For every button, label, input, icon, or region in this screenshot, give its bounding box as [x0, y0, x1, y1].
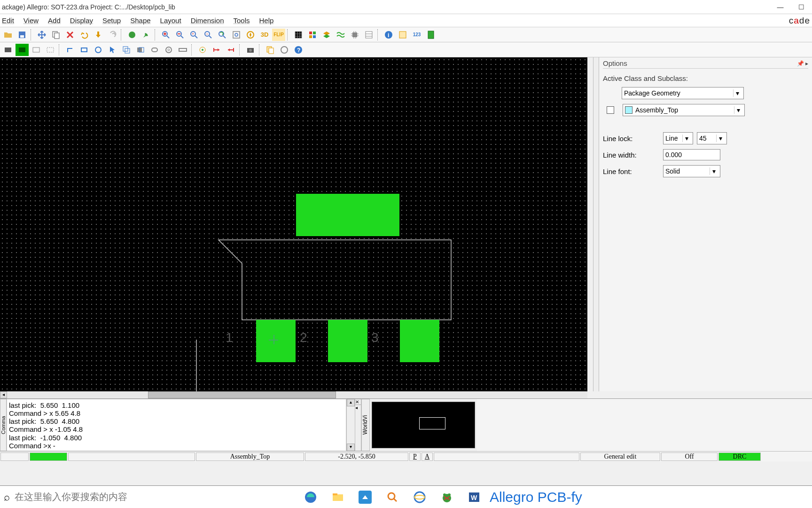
corner-icon[interactable] [63, 44, 77, 56]
rect-outline2-icon[interactable] [44, 44, 57, 56]
pad-3[interactable] [400, 320, 439, 362]
pin-icon[interactable] [140, 29, 153, 41]
info-icon[interactable]: i [382, 29, 395, 41]
zoom-out-icon[interactable] [173, 29, 187, 41]
menu-help[interactable]: Help [259, 16, 274, 24]
line-font-select[interactable]: Solid▾ [663, 165, 720, 177]
flip-icon[interactable]: FLIP [272, 29, 285, 41]
question-icon[interactable]: ? [292, 44, 305, 56]
rect-solid-icon[interactable] [1, 44, 15, 56]
status-color-swatch[interactable] [30, 452, 67, 461]
taskbar-bird-icon[interactable] [353, 488, 377, 507]
rect-fill-icon[interactable] [16, 44, 29, 56]
canvas-hscroll[interactable]: ◂ [0, 391, 587, 398]
waves-icon[interactable] [334, 29, 347, 41]
taskbar-ie-icon[interactable] [408, 488, 431, 507]
redo-icon[interactable] [106, 29, 119, 41]
zoom-in-icon[interactable] [159, 29, 172, 41]
search-input[interactable] [15, 492, 295, 502]
3d-icon[interactable]: 3D [258, 29, 271, 41]
chip-icon[interactable] [348, 29, 361, 41]
menu-edit[interactable]: Edit [2, 16, 14, 24]
cmdlog-scroll[interactable]: ▴ ▾ [346, 399, 355, 451]
zoom-refresh-icon[interactable] [216, 29, 229, 41]
select-icon[interactable] [106, 44, 119, 56]
ruler-icon[interactable]: 123 [410, 29, 423, 41]
command-tab-label[interactable]: Comma [0, 399, 7, 451]
menu-view[interactable]: View [23, 16, 39, 24]
zoom-window-icon[interactable] [230, 29, 243, 41]
panel-pin-icon[interactable]: 📌 ▸ [797, 60, 808, 67]
command-log[interactable]: last pick: 5.650 1.100 Command > x 5.65 … [7, 399, 346, 451]
taskbar-explorer-icon[interactable] [326, 488, 350, 507]
maximize-button[interactable]: ☐ [791, 0, 812, 14]
wide-rect-icon[interactable] [176, 44, 189, 56]
pad-2[interactable] [328, 320, 367, 362]
target-icon[interactable] [196, 44, 209, 56]
group-icon[interactable] [120, 44, 133, 56]
compass-icon[interactable] [244, 29, 257, 41]
line-lock-type-select[interactable]: Line▾ [663, 132, 693, 144]
taskbar-app-title[interactable]: Allegro PCB-fy [490, 489, 582, 505]
line-lock-angle-select[interactable]: 45▾ [697, 132, 727, 144]
menu-add[interactable]: Add [48, 16, 61, 24]
subclass-select[interactable]: Assembly_Top ▾ [623, 104, 745, 116]
scroll-up-icon[interactable]: ▴ [347, 399, 355, 406]
color-grid-icon[interactable] [306, 29, 319, 41]
dim-right-icon[interactable] [224, 44, 237, 56]
rect2-icon[interactable] [78, 44, 91, 56]
oval-icon[interactable] [148, 44, 161, 56]
taskbar-frog-icon[interactable] [435, 488, 459, 507]
taskbar-search[interactable]: ⌕ [4, 491, 295, 503]
taskbar-word-icon[interactable]: W [462, 488, 486, 507]
visibility-toggle[interactable] [607, 106, 614, 114]
menu-tools[interactable]: Tools [234, 16, 250, 24]
save-icon[interactable] [16, 29, 29, 41]
pad-1[interactable] [256, 320, 296, 362]
pad-top[interactable] [296, 194, 399, 236]
line-width-input[interactable] [663, 149, 720, 160]
grid-icon[interactable] [292, 29, 305, 41]
canvas-vscroll[interactable] [593, 57, 599, 391]
table-icon[interactable] [362, 29, 375, 41]
down-arrow-icon[interactable] [92, 29, 105, 41]
scroll-down-icon[interactable]: ▾ [347, 444, 355, 451]
undo-icon[interactable] [78, 29, 91, 41]
dim-left-icon[interactable] [210, 44, 223, 56]
minimap-controls[interactable]: ✕◂ [355, 399, 361, 451]
zoom-plus-icon[interactable]: + [187, 29, 201, 41]
command-input[interactable] [47, 442, 344, 450]
minimize-button[interactable]: — [770, 0, 791, 14]
menu-shape[interactable]: Shape [130, 16, 150, 24]
worldview-label[interactable]: WorldVi [361, 399, 370, 451]
class-select[interactable]: Package Geometry▾ [622, 87, 744, 99]
minimap[interactable] [372, 402, 475, 448]
calc-icon[interactable] [424, 29, 437, 41]
status-p-button[interactable]: P [409, 452, 421, 461]
catalog-icon[interactable] [396, 29, 409, 41]
taskbar-edge-icon[interactable] [299, 488, 322, 507]
status-drc[interactable]: DRC [718, 452, 761, 461]
camera-icon[interactable] [244, 44, 257, 56]
copy-icon[interactable] [49, 29, 62, 41]
open-icon[interactable] [1, 29, 15, 41]
taskbar-search-app-icon[interactable] [381, 488, 404, 507]
minimap-viewport[interactable] [419, 417, 445, 429]
move-icon[interactable] [35, 29, 48, 41]
layers-icon[interactable] [320, 29, 333, 41]
status-a-button[interactable]: A [422, 452, 433, 461]
overlay-icon[interactable] [134, 44, 147, 56]
circle-icon[interactable] [92, 44, 105, 56]
globe-icon[interactable] [125, 29, 139, 41]
donut-icon[interactable] [162, 44, 175, 56]
stack-icon[interactable] [264, 44, 277, 56]
rect-outline-icon[interactable] [30, 44, 43, 56]
menu-dimension[interactable]: Dimension [191, 16, 224, 24]
help2-icon[interactable] [278, 44, 291, 56]
menu-layout[interactable]: Layout [160, 16, 181, 24]
delete-icon[interactable] [63, 29, 77, 41]
menu-setup[interactable]: Setup [102, 16, 121, 24]
canvas[interactable]: 1 2 3 [0, 57, 587, 391]
menu-display[interactable]: Display [70, 16, 93, 24]
zoom-minus-icon[interactable]: − [202, 29, 215, 41]
